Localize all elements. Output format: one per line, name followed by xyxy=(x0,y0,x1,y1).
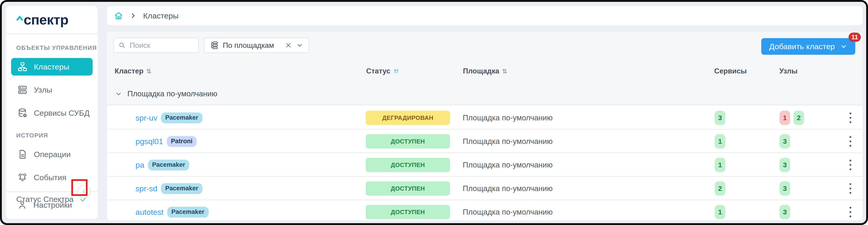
table-row: spr-sd Pacemaker ДОСТУПЕН Площадка по-ум… xyxy=(107,177,863,200)
count-badge-green: 3 xyxy=(715,111,725,125)
count-badge-green: 1 xyxy=(715,158,725,172)
services-cell: 1 xyxy=(715,200,725,220)
sort-icon[interactable]: ⇅ xyxy=(502,68,507,75)
sidebar-item-events[interactable]: События xyxy=(11,168,93,186)
section-label-objects: ОБЪЕКТЫ УПРАВЛЕНИЯ xyxy=(16,44,98,51)
nodes-cell: 3 xyxy=(779,129,790,153)
clusters-panel: По площадкам Добавить кластер 11 Кластер… xyxy=(107,32,863,220)
column-header-status[interactable]: Статус xyxy=(366,67,400,75)
chevron-down-icon[interactable] xyxy=(115,90,122,98)
sidebar-item-label: События xyxy=(34,173,66,182)
sidebar-item-label: Кластеры xyxy=(34,62,69,71)
count-badge-red: 1 xyxy=(779,111,790,125)
count-badge-green: 3 xyxy=(779,158,790,172)
services-cell: 1 xyxy=(715,153,725,177)
add-cluster-label: Добавить кластер xyxy=(769,42,835,51)
clusters-icon xyxy=(17,62,28,72)
breadcrumb: Кластеры xyxy=(107,6,863,25)
cluster-link[interactable]: autotest xyxy=(135,208,163,217)
home-icon[interactable] xyxy=(114,11,123,20)
cluster-link[interactable]: pa xyxy=(135,160,144,170)
count-badge-green: 3 xyxy=(779,205,790,219)
column-label: Статус xyxy=(366,67,390,75)
cluster-link[interactable]: pgsql01 xyxy=(135,137,163,146)
count-badge-green: 1 xyxy=(715,205,725,219)
logo-row: спектр xyxy=(6,6,98,34)
table-header-row: Кластер ⇅ Статус Площадка ⇅ Сервисы Узлы xyxy=(107,67,863,82)
count-badge-green: 3 xyxy=(779,134,790,149)
sidebar-item-operations[interactable]: Операции xyxy=(11,146,93,163)
site-cell: Площадка по-умолчанию xyxy=(463,177,553,200)
group-by-icon xyxy=(210,41,219,50)
sidebar-item-label: Сервисы СУБД xyxy=(34,109,90,118)
cluster-link[interactable]: spr-uv xyxy=(135,113,157,122)
cluster-type-badge: Pacemaker xyxy=(148,160,189,171)
status-badge: ДОСТУПЕН xyxy=(366,181,450,196)
status-badge: ДЕГРАДИРОВАН xyxy=(366,111,450,125)
status-badge: ДОСТУПЕН xyxy=(366,134,450,149)
logo-text: спектр xyxy=(24,13,68,27)
nodes-cell: 12 xyxy=(779,106,804,129)
sidebar-item-clusters[interactable]: Кластеры xyxy=(11,58,93,76)
notification-badge: 11 xyxy=(848,33,861,42)
row-actions-kebab[interactable] xyxy=(843,202,857,220)
sort-active-icon[interactable] xyxy=(393,68,400,74)
logo-caret-icon xyxy=(16,15,24,21)
nodes-cell: 3 xyxy=(779,200,790,220)
count-badge-green: 2 xyxy=(715,181,725,196)
column-header-site[interactable]: Площадка ⇅ xyxy=(463,67,507,75)
document-icon xyxy=(17,149,28,160)
column-header-services: Сервисы xyxy=(714,67,747,75)
sort-icon[interactable]: ⇅ xyxy=(146,68,151,75)
services-cell: 3 xyxy=(715,106,725,129)
column-header-cluster[interactable]: Кластер ⇅ xyxy=(115,67,151,75)
chevron-left-icon xyxy=(81,188,88,195)
table-row: autotest Pacemaker ДОСТУПЕН Площадка по-… xyxy=(107,200,863,220)
row-actions-kebab[interactable] xyxy=(843,155,857,175)
user-icon xyxy=(17,200,27,210)
row-actions-kebab[interactable] xyxy=(843,179,857,198)
section-label-history: ИСТОРИЯ xyxy=(16,132,98,139)
clear-filter-icon[interactable] xyxy=(285,42,292,49)
count-badge-green: 3 xyxy=(779,181,790,196)
group-row-default-site[interactable]: Площадка по-умолчанию xyxy=(107,82,863,105)
services-cell: 1 xyxy=(715,129,725,153)
add-cluster-button[interactable]: Добавить кластер xyxy=(761,38,855,55)
cluster-link[interactable]: spr-sd xyxy=(135,184,157,193)
search-box xyxy=(114,38,199,53)
nodes-cell: 3 xyxy=(779,153,790,177)
breadcrumb-current[interactable]: Кластеры xyxy=(143,11,179,20)
site-cell: Площадка по-умолчанию xyxy=(463,129,553,153)
column-label: Площадка xyxy=(463,67,499,75)
chevron-down-icon[interactable] xyxy=(296,42,303,49)
chevron-down-icon xyxy=(840,43,847,50)
count-badge-green: 1 xyxy=(715,134,725,149)
status-badge: ДОСТУПЕН xyxy=(366,158,450,172)
app-window: спектр ОБЪЕКТЫ УПРАВЛЕНИЯ Кластеры Узлы xyxy=(0,0,868,225)
sidebar-item-label: Операции xyxy=(34,150,71,159)
group-by-filter[interactable]: По площадкам xyxy=(204,38,309,53)
table-body: spr-uv Pacemaker ДЕГРАДИРОВАН Площадка п… xyxy=(107,106,863,220)
app-logo: спектр xyxy=(16,13,68,27)
row-actions-kebab[interactable] xyxy=(843,132,857,151)
sidebar-item-settings[interactable]: Настройки xyxy=(11,196,93,214)
table-row: pgsql01 Patroni ДОСТУПЕН Площадка по-умо… xyxy=(107,129,863,153)
column-label: Узлы xyxy=(779,67,798,75)
site-cell: Площадка по-умолчанию xyxy=(463,153,553,177)
cluster-type-badge: Pacemaker xyxy=(161,183,203,194)
chevron-right-icon xyxy=(130,12,137,19)
sidebar-item-nodes[interactable]: Узлы xyxy=(11,81,93,99)
count-badge-green: 2 xyxy=(794,111,804,125)
column-label: Сервисы xyxy=(714,67,747,75)
cluster-type-badge: Pacemaker xyxy=(161,112,203,123)
bell-icon xyxy=(17,172,28,183)
site-cell: Площадка по-умолчанию xyxy=(463,200,553,220)
row-actions-kebab[interactable] xyxy=(843,108,857,127)
status-badge: ДОСТУПЕН xyxy=(366,205,450,219)
sidebar-item-db-services[interactable]: Сервисы СУБД xyxy=(11,104,93,122)
table-row: spr-uv Pacemaker ДЕГРАДИРОВАН Площадка п… xyxy=(107,106,863,129)
column-label: Кластер xyxy=(115,67,143,75)
sidebar-item-label: Настройки xyxy=(33,200,72,210)
search-input[interactable] xyxy=(129,41,194,50)
nodes-cell: 3 xyxy=(779,177,790,200)
